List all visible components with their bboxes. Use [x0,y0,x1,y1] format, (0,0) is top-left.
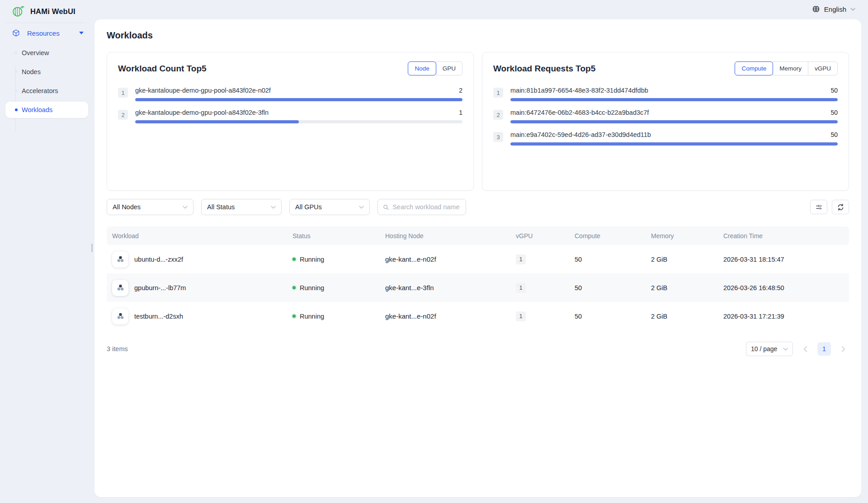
col-status: Status [287,232,380,240]
memory-value: 2 GiB [646,284,718,291]
language-selector[interactable]: English [812,5,855,13]
sidebar-item-label: Workloads [22,106,52,113]
progress-track [510,98,838,101]
app-title: HAMi WebUI [30,7,75,16]
compute-value: 50 [569,313,646,320]
rank-badge: 3 [493,132,503,142]
workload-pod-icon [112,308,128,324]
chevron-down-icon [850,8,855,11]
tree-dot-icon [14,71,17,73]
prev-page-button[interactable] [799,343,811,355]
col-compute: Compute [569,232,646,240]
sidebar: HAMi WebUI Resources Overview Nodes Acce… [0,0,94,503]
workload-pod-icon [112,251,128,268]
nodes-filter-value: All Nodes [113,203,141,211]
request-value: 50 [830,87,838,94]
chevron-right-icon [841,346,845,352]
node-name: gke-kantaloupe-demo-gpu-pool-a843f02e-n0… [135,87,271,94]
cube-icon [12,29,20,37]
table-row[interactable]: ubuntu-d...-zxx2f Running gke-kant...e-n… [107,245,849,273]
hosting-node: gke-kant...e-3fln [380,284,510,291]
sidebar-item-accelerators[interactable]: Accelerators [0,81,94,100]
sidebar-item-overview[interactable]: Overview [0,43,94,62]
sidebar-scrollbar[interactable] [91,244,93,252]
workload-id: main:6472476e-06b2-4683-b4cc-b22a9bad3c7… [510,109,649,116]
list-item: 2 main:6472476e-06b2-4683-b4cc-b22a9bad3… [493,109,838,123]
table-row[interactable]: gpuburn-...-lb77m Running gke-kant...e-3… [107,273,849,302]
table-row[interactable]: testburn...-d2sxh Running gke-kant...e-n… [107,302,849,330]
table-header-row: Workload Status Hosting Node vGPU Comput… [107,226,849,245]
toggle-compute-button[interactable]: Compute [735,61,773,75]
workloads-table: Workload Status Hosting Node vGPU Comput… [107,226,849,330]
refresh-button[interactable] [832,200,849,214]
workload-name[interactable]: gpuburn-...-lb77m [134,284,186,291]
col-creation-time: Creation Time [718,232,849,240]
gpus-filter-value: All GPUs [295,203,322,211]
pagination-row: 3 items 10 / page 1 [107,342,849,356]
status-filter-select[interactable]: All Status [201,199,282,215]
sidebar-item-label: Overview [22,49,49,56]
search-input[interactable] [392,203,461,211]
list-item: 3 main:e9a7402c-59ed-4d26-ad37-e30d9d4ed… [493,131,838,146]
progress-fill [510,98,838,101]
memory-value: 2 GiB [646,313,718,320]
vgpu-badge: 1 [516,283,526,293]
toggle-vgpu-button[interactable]: vGPU [808,61,838,75]
chevron-down-icon [359,206,364,209]
globe-icon [812,5,820,13]
hosting-node: gke-kant...e-n02f [380,312,510,320]
status-running-icon [292,286,296,289]
status-running-icon [292,315,296,318]
requests-dimension-toggle: Compute Memory vGPU [735,61,838,75]
next-page-button[interactable] [837,343,849,355]
count-value: 1 [459,109,462,116]
col-memory: Memory [646,232,718,240]
creation-time: 2026-03-31 18:15:47 [718,256,849,263]
col-workload: Workload [107,232,287,240]
nodes-filter-select[interactable]: All Nodes [107,199,193,215]
toggle-node-button[interactable]: Node [408,61,436,75]
workload-name[interactable]: testburn...-d2sxh [134,313,183,320]
chevron-down-icon [183,206,188,209]
toggle-memory-button[interactable]: Memory [773,61,808,75]
refresh-icon [837,203,844,211]
sidebar-section-label: Resources [27,29,60,37]
progress-fill [510,120,838,123]
app-logo-row: HAMi WebUI [0,0,94,23]
card-title: Workload Requests Top5 [493,64,595,74]
progress-track [135,120,462,123]
rank-badge: 1 [493,88,503,98]
vgpu-badge: 1 [516,254,526,264]
status-label: Running [300,284,324,291]
hosting-node: gke-kant...e-n02f [380,255,510,263]
list-item: 1 main:81b1a997-6654-48e3-83f2-31dd474df… [493,87,838,101]
items-total: 3 items [107,345,128,353]
progress-fill [510,142,838,146]
search-icon [383,204,389,211]
creation-time: 2026-03-31 17:21:39 [718,313,849,320]
language-label: English [824,5,846,13]
list-item: 2 gke-kantaloupe-demo-gpu-pool-a843f02e-… [118,109,462,123]
progress-track [135,98,462,101]
status-label: Running [300,256,324,263]
sidebar-item-workloads[interactable]: Workloads [5,102,88,118]
count-top5-list: 1 gke-kantaloupe-demo-gpu-pool-a843f02e-… [118,87,462,123]
workload-search-box [377,199,466,215]
column-settings-button[interactable] [810,200,827,214]
creation-time: 2026-03-26 16:48:50 [718,284,849,291]
chevron-down-icon [79,32,84,34]
table-actions [810,200,849,214]
sidebar-item-nodes[interactable]: Nodes [0,62,94,81]
toggle-gpu-button[interactable]: GPU [436,61,462,75]
workload-name[interactable]: ubuntu-d...-zxx2f [134,256,183,263]
page-number-1[interactable]: 1 [817,342,831,356]
sidebar-section-resources[interactable]: Resources [0,23,94,43]
tree-dot-icon [15,108,18,111]
page-size-select[interactable]: 10 / page [746,342,793,356]
compute-value: 50 [569,256,646,263]
col-hosting-node: Hosting Node [380,232,510,240]
sidebar-item-label: Accelerators [22,87,58,94]
gpus-filter-select[interactable]: All GPUs [289,199,370,215]
progress-track [510,120,838,123]
workload-pod-icon [112,280,128,296]
